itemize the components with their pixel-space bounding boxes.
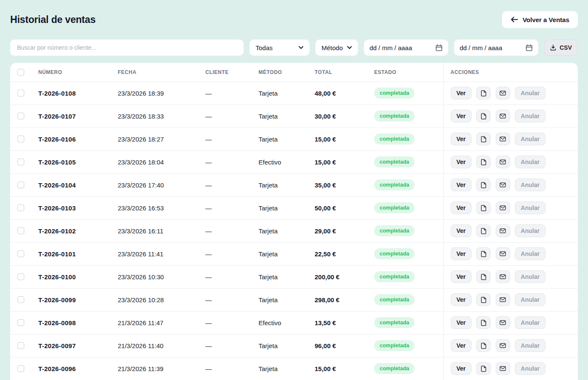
envelope-icon	[500, 91, 506, 96]
row-checkbox[interactable]	[17, 204, 24, 211]
column-header-fecha: FECHA	[118, 63, 205, 82]
view-button[interactable]: Ver	[451, 179, 472, 191]
sale-client: —	[205, 265, 258, 288]
view-button[interactable]: Ver	[451, 201, 472, 214]
sale-date: 21/3/2026 11:47	[118, 311, 205, 334]
email-button[interactable]	[496, 133, 510, 145]
receipt-document-button[interactable]	[476, 179, 491, 191]
receipt-document-button[interactable]	[476, 110, 491, 122]
document-icon	[481, 251, 486, 257]
cancel-sale-button[interactable]: Anular	[515, 316, 545, 329]
search-input[interactable]	[10, 40, 244, 56]
calendar-icon[interactable]	[526, 44, 533, 51]
status-filter-select[interactable]: Todas	[250, 40, 310, 56]
view-button[interactable]: Ver	[451, 110, 472, 122]
email-button[interactable]	[496, 87, 510, 99]
document-icon	[481, 320, 486, 326]
cancel-sale-button[interactable]: Anular	[515, 224, 545, 237]
receipt-document-button[interactable]	[476, 87, 491, 99]
receipt-document-button[interactable]	[476, 316, 491, 329]
row-checkbox[interactable]	[17, 227, 24, 234]
status-badge: completada	[374, 88, 415, 99]
document-icon	[481, 113, 486, 119]
view-button[interactable]: Ver	[451, 133, 472, 145]
date-to-input[interactable]: dd / mm / aaaa	[454, 40, 538, 56]
receipt-document-button[interactable]	[476, 270, 491, 283]
sale-number: T-2026-0105	[38, 150, 118, 173]
document-icon	[481, 159, 486, 165]
receipt-document-button[interactable]	[476, 293, 491, 306]
calendar-icon[interactable]	[435, 44, 443, 51]
cancel-sale-button[interactable]: Anular	[515, 339, 545, 352]
email-button[interactable]	[496, 293, 510, 306]
view-button[interactable]: Ver	[451, 270, 472, 283]
view-button[interactable]: Ver	[451, 247, 472, 260]
email-button[interactable]	[496, 224, 510, 237]
back-to-sales-button[interactable]: Volver a Ventas	[502, 11, 578, 28]
cancel-sale-button[interactable]: Anular	[515, 247, 545, 260]
row-checkbox[interactable]	[17, 296, 24, 303]
email-button[interactable]	[496, 339, 510, 352]
method-filter-value: Método	[321, 44, 343, 51]
cancel-sale-button[interactable]: Anular	[515, 133, 545, 145]
table-row: T-2026-0096 21/3/2026 11:39 — Tarjeta 15…	[10, 357, 578, 380]
email-button[interactable]	[496, 201, 510, 214]
export-csv-label: CSV	[560, 44, 572, 51]
document-icon	[481, 205, 486, 211]
email-button[interactable]	[496, 362, 510, 375]
sale-total: 30,00 €	[315, 105, 374, 128]
row-checkbox[interactable]	[17, 342, 24, 349]
email-button[interactable]	[496, 247, 510, 260]
sale-total: 22,50 €	[315, 242, 374, 265]
receipt-document-button[interactable]	[476, 362, 491, 375]
email-button[interactable]	[496, 179, 510, 191]
row-checkbox[interactable]	[17, 159, 24, 165]
email-button[interactable]	[496, 270, 510, 283]
row-checkbox[interactable]	[17, 90, 24, 96]
view-button[interactable]: Ver	[451, 339, 472, 352]
sale-client: —	[205, 334, 258, 357]
receipt-document-button[interactable]	[476, 133, 491, 145]
receipt-document-button[interactable]	[476, 224, 491, 237]
email-button[interactable]	[496, 156, 510, 168]
cancel-sale-button[interactable]: Anular	[515, 156, 545, 168]
sale-method: Tarjeta	[258, 219, 315, 242]
cancel-sale-button[interactable]: Anular	[515, 87, 545, 99]
email-button[interactable]	[496, 316, 510, 329]
table-row: T-2026-0104 23/3/2026 17:40 — Tarjeta 35…	[10, 173, 578, 196]
row-checkbox[interactable]	[17, 319, 24, 326]
row-checkbox[interactable]	[17, 365, 24, 372]
sale-date: 23/3/2026 18:33	[118, 105, 205, 128]
view-button[interactable]: Ver	[451, 156, 472, 168]
receipt-document-button[interactable]	[476, 339, 491, 352]
sale-method: Efectivo	[258, 150, 315, 173]
date-from-input[interactable]: dd / mm / aaaa	[364, 40, 448, 56]
cancel-sale-button[interactable]: Anular	[515, 110, 545, 122]
view-button[interactable]: Ver	[451, 87, 472, 99]
sales-history-page: Historial de ventas Volver a Ventas Toda…	[0, 0, 588, 380]
email-button[interactable]	[496, 110, 510, 122]
view-button[interactable]: Ver	[451, 293, 472, 306]
view-button[interactable]: Ver	[451, 224, 472, 237]
cancel-sale-button[interactable]: Anular	[515, 201, 545, 214]
cancel-sale-button[interactable]: Anular	[515, 270, 545, 283]
select-all-checkbox[interactable]	[17, 69, 24, 76]
receipt-document-button[interactable]	[476, 156, 491, 168]
cancel-sale-button[interactable]: Anular	[515, 362, 545, 375]
receipt-document-button[interactable]	[476, 201, 491, 214]
row-checkbox[interactable]	[17, 113, 24, 119]
sale-total: 29,00 €	[315, 219, 374, 242]
row-checkbox[interactable]	[17, 273, 24, 280]
export-csv-button[interactable]: CSV	[544, 40, 578, 56]
view-button[interactable]: Ver	[451, 362, 472, 375]
row-checkbox[interactable]	[17, 250, 24, 257]
receipt-document-button[interactable]	[476, 247, 491, 260]
view-button[interactable]: Ver	[451, 316, 472, 329]
status-badge: completada	[374, 340, 415, 351]
cancel-sale-button[interactable]: Anular	[515, 293, 545, 306]
envelope-icon	[500, 274, 506, 279]
row-checkbox[interactable]	[17, 181, 24, 188]
row-checkbox[interactable]	[17, 136, 24, 142]
method-filter-select[interactable]: Método	[315, 40, 358, 56]
cancel-sale-button[interactable]: Anular	[515, 179, 545, 191]
